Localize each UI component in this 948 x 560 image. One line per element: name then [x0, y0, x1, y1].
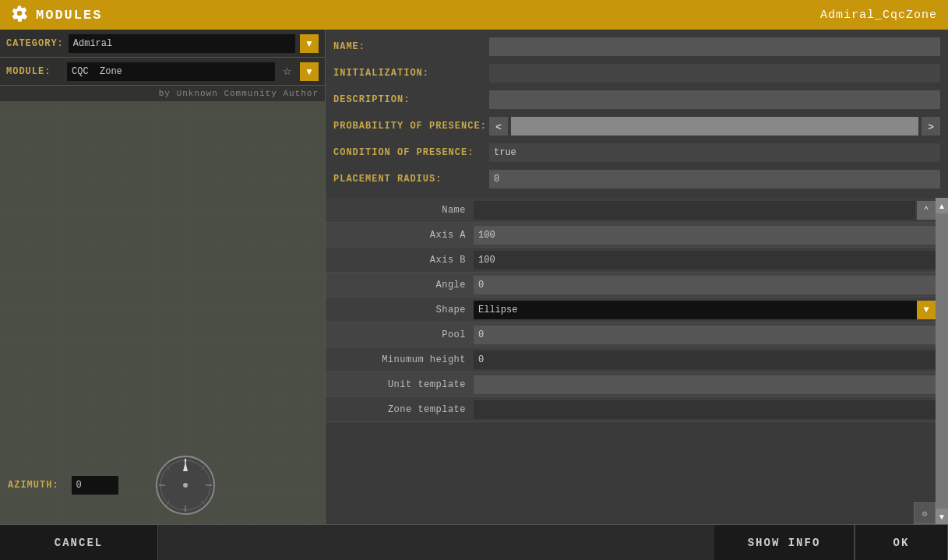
sub-scroll-up-btn[interactable]: ^: [917, 201, 936, 220]
sub-row-shape: Shape Ellipse Rectangle ▼: [326, 298, 936, 322]
sub-input-axis-a[interactable]: [474, 226, 936, 245]
desc-row: DESCRIPTION:: [333, 87, 940, 112]
sub-input-axis-b[interactable]: [474, 251, 936, 269]
init-row: INITIALIZATION:: [333, 61, 940, 86]
init-input[interactable]: [489, 64, 940, 83]
azimuth-label: AZIMUTH:: [8, 480, 59, 491]
sub-shape-select[interactable]: Ellipse Rectangle: [474, 301, 936, 319]
action-spacer: [158, 525, 714, 560]
sub-table-container: Name ^ Axis A Axis B Angle: [326, 198, 948, 524]
category-input[interactable]: [69, 34, 295, 53]
sub-input-name[interactable]: [474, 201, 915, 220]
sub-input-angle[interactable]: [474, 276, 936, 294]
name-label: NAME:: [333, 41, 489, 52]
prob-bar: [511, 117, 918, 136]
sub-label-axis-b: Axis B: [326, 255, 474, 266]
prob-label: PROBABILITY OF PRESENCE:: [333, 121, 489, 132]
category-row: CATEGORY: ▼: [0, 30, 325, 58]
sub-label-min-height: Minumum height: [326, 354, 474, 365]
author-text: by Unknown Community Author: [0, 86, 325, 101]
form-area: NAME: INITIALIZATION: DESCRIPTION: PROBA…: [326, 30, 948, 198]
sub-row-angle: Angle: [326, 273, 936, 298]
instance-name: Admiral_CqcZone: [820, 9, 937, 22]
ok-button[interactable]: OK: [855, 525, 948, 560]
sub-label-axis-a: Axis A: [326, 230, 474, 241]
cond-input[interactable]: [489, 143, 940, 162]
cond-label: CONDITION OF PRESENCE:: [333, 147, 489, 158]
compass-dial: [154, 454, 217, 516]
prob-decrease-btn[interactable]: <: [489, 117, 508, 136]
settings-small-icon[interactable]: ⚙: [914, 502, 936, 524]
scrollbar[interactable]: ▲ ▼: [936, 198, 948, 524]
sub-row-axis-a: Axis A: [326, 223, 936, 248]
sub-label-unit-template: Unit template: [326, 379, 474, 390]
sub-label-name: Name: [326, 205, 474, 216]
scroll-up-btn[interactable]: ▲: [936, 198, 948, 213]
right-panel: NAME: INITIALIZATION: DESCRIPTION: PROBA…: [326, 30, 948, 524]
cancel-button[interactable]: CANCEL: [0, 525, 158, 560]
map-background: [0, 30, 325, 524]
show-info-button[interactable]: SHOW INFO: [714, 525, 855, 560]
sub-row-unit-template: Unit template: [326, 372, 936, 397]
module-label: MODULE:: [6, 66, 62, 77]
category-label: CATEGORY:: [6, 38, 64, 49]
sub-label-pool: Pool: [326, 329, 474, 340]
module-input[interactable]: [67, 62, 275, 81]
module-dropdown-btn[interactable]: ▼: [300, 62, 319, 81]
desc-label: DESCRIPTION:: [333, 94, 489, 105]
placement-input[interactable]: [489, 170, 940, 188]
sub-row-pool: Pool: [326, 322, 936, 347]
module-row: MODULE: ☆ ▼: [0, 58, 325, 86]
app-title: MODULES: [36, 8, 102, 23]
desc-input[interactable]: [489, 90, 940, 109]
name-row: NAME:: [333, 34, 940, 59]
sub-table: Name ^ Axis A Axis B Angle: [326, 198, 936, 524]
sub-row-axis-b: Axis B: [326, 248, 936, 273]
azimuth-input[interactable]: [72, 476, 118, 495]
sub-input-min-height[interactable]: [474, 350, 936, 369]
module-star-btn[interactable]: ☆: [280, 62, 295, 81]
left-panel: CATEGORY: ▼ MODULE: ☆ ▼ by Unknown Commu…: [0, 30, 326, 524]
scroll-down-btn[interactable]: ▼: [936, 509, 948, 524]
sub-label-zone-template: Zone template: [326, 404, 474, 415]
gear-icon: [11, 5, 28, 26]
sub-row-name: Name ^: [326, 198, 936, 223]
azimuth-section: AZIMUTH:: [0, 454, 325, 516]
controls-overlay: CATEGORY: ▼ MODULE: ☆ ▼ by Unknown Commu…: [0, 30, 325, 101]
placement-label: PLACEMENT RADIUS:: [333, 174, 489, 185]
svg-point-12: [183, 483, 188, 488]
init-label: INITIALIZATION:: [333, 68, 489, 79]
category-dropdown-btn[interactable]: ▼: [300, 34, 319, 53]
sub-label-angle: Angle: [326, 280, 474, 291]
sub-row-min-height: Minumum height: [326, 347, 936, 372]
prob-row: PROBABILITY OF PRESENCE: < >: [333, 114, 940, 139]
sub-row-zone-template: Zone template: [326, 397, 936, 422]
cond-row: CONDITION OF PRESENCE:: [333, 140, 940, 165]
sub-input-zone-template[interactable]: [474, 400, 936, 419]
sub-input-unit-template[interactable]: [474, 375, 936, 394]
scroll-thumb: [936, 213, 948, 509]
prob-increase-btn[interactable]: >: [922, 117, 940, 136]
bottom-icons: ⚙: [914, 502, 936, 524]
sub-shape-select-wrap: Ellipse Rectangle ▼: [474, 301, 936, 319]
action-bar: CANCEL SHOW INFO OK: [0, 524, 948, 560]
sub-label-shape: Shape: [326, 305, 474, 315]
sub-input-pool[interactable]: [474, 326, 936, 344]
name-input[interactable]: [489, 37, 940, 56]
placement-row: PLACEMENT RADIUS:: [333, 167, 940, 192]
title-bar: MODULES Admiral_CqcZone: [0, 0, 948, 30]
